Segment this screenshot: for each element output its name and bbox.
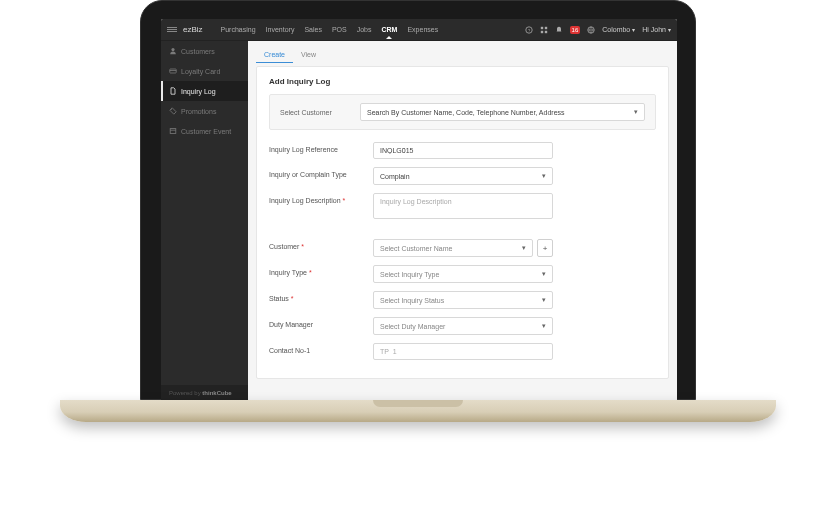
chevron-down-icon: ▾ bbox=[542, 270, 546, 278]
calendar-icon bbox=[169, 127, 177, 135]
sidebar-item-customers[interactable]: Customers bbox=[161, 41, 248, 61]
status-select[interactable]: Select Inquiry Status▾ bbox=[373, 291, 553, 309]
user-icon bbox=[169, 47, 177, 55]
sidebar-item-label: Inquiry Log bbox=[181, 88, 216, 95]
svg-rect-3 bbox=[544, 26, 546, 28]
field-inquiry-log-reference: Inquiry Log Reference bbox=[269, 142, 656, 159]
chevron-down-icon: ▾ bbox=[542, 172, 546, 180]
file-icon bbox=[169, 87, 177, 95]
contact-1-input[interactable] bbox=[373, 343, 553, 360]
sidebar-item-label: Customer Event bbox=[181, 128, 231, 135]
field-label: Inquiry Type * bbox=[269, 265, 373, 276]
svg-rect-2 bbox=[540, 26, 542, 28]
customer-select[interactable]: Select Customer Name▾ bbox=[373, 239, 533, 257]
select-customer-box: Select Customer Search By Customer Name,… bbox=[269, 94, 656, 130]
field-contact-1: Contact No-1 bbox=[269, 343, 656, 360]
svg-rect-5 bbox=[544, 30, 546, 32]
nav-item-inventory[interactable]: Inventory bbox=[266, 26, 295, 33]
top-nav: Purchasing Inventory Sales POS Jobs CRM … bbox=[221, 26, 439, 33]
sidebar-item-loyalty-card[interactable]: Loyalty Card bbox=[161, 61, 248, 81]
screen: ezBiz Purchasing Inventory Sales POS Job… bbox=[161, 19, 677, 401]
chevron-down-icon: ▾ bbox=[522, 244, 526, 252]
select-customer-label: Select Customer bbox=[280, 109, 360, 116]
field-label: Status * bbox=[269, 291, 373, 302]
notification-badge[interactable]: 16 bbox=[570, 26, 581, 34]
nav-item-pos[interactable]: POS bbox=[332, 26, 347, 33]
brand-name: ezBiz bbox=[183, 25, 203, 34]
svg-rect-9 bbox=[170, 70, 176, 71]
help-icon[interactable]: ? bbox=[525, 26, 533, 34]
sidebar: Customers Loyalty Card Inquiry Log Promo… bbox=[161, 41, 248, 401]
svg-point-10 bbox=[171, 109, 172, 110]
nav-item-purchasing[interactable]: Purchasing bbox=[221, 26, 256, 33]
complain-type-select[interactable]: Complain▾ bbox=[373, 167, 553, 185]
chevron-down-icon: ▾ bbox=[668, 26, 671, 33]
nav-item-sales[interactable]: Sales bbox=[304, 26, 322, 33]
content-area: Create View Add Inquiry Log Select Custo… bbox=[248, 41, 677, 401]
field-duty-manager: Duty Manager Select Duty Manager▾ bbox=[269, 317, 656, 335]
chevron-down-icon: ▾ bbox=[542, 322, 546, 330]
body-area: Customers Loyalty Card Inquiry Log Promo… bbox=[161, 41, 677, 401]
field-status: Status * Select Inquiry Status▾ bbox=[269, 291, 656, 309]
chevron-down-icon: ▾ bbox=[632, 26, 635, 33]
chevron-down-icon: ▾ bbox=[542, 296, 546, 304]
globe-icon[interactable] bbox=[587, 26, 595, 34]
bell-icon[interactable] bbox=[555, 26, 563, 34]
select-customer-placeholder: Search By Customer Name, Code, Telephone… bbox=[367, 109, 565, 116]
tab-create[interactable]: Create bbox=[256, 47, 293, 63]
card-icon bbox=[169, 67, 177, 75]
tabs: Create View bbox=[248, 41, 677, 63]
sidebar-item-promotions[interactable]: Promotions bbox=[161, 101, 248, 121]
laptop-base bbox=[60, 400, 776, 422]
field-customer: Customer * Select Customer Name▾ + bbox=[269, 239, 656, 257]
field-inquiry-complain-type: Inquiry or Complain Type Complain▾ bbox=[269, 167, 656, 185]
laptop-frame: ezBiz Purchasing Inventory Sales POS Job… bbox=[140, 0, 696, 400]
field-label: Inquiry Log Reference bbox=[269, 142, 373, 153]
location-selector[interactable]: Colombo▾ bbox=[602, 26, 635, 33]
sidebar-item-inquiry-log[interactable]: Inquiry Log bbox=[161, 81, 248, 101]
inquiry-type-select[interactable]: Select Inquiry Type▾ bbox=[373, 265, 553, 283]
laptop-notch bbox=[373, 400, 463, 407]
select-customer-dropdown[interactable]: Search By Customer Name, Code, Telephone… bbox=[360, 103, 645, 121]
inquiry-log-reference-input[interactable] bbox=[373, 142, 553, 159]
field-label: Contact No-1 bbox=[269, 343, 373, 354]
top-bar: ezBiz Purchasing Inventory Sales POS Job… bbox=[161, 19, 677, 41]
topbar-right: ? 16 Colombo▾ Hi John▾ bbox=[525, 26, 671, 34]
svg-rect-11 bbox=[170, 129, 176, 134]
chevron-down-icon: ▾ bbox=[634, 108, 638, 116]
field-label: Customer * bbox=[269, 239, 373, 250]
form-panel: Add Inquiry Log Select Customer Search B… bbox=[256, 66, 669, 379]
panel-title: Add Inquiry Log bbox=[269, 77, 656, 86]
nav-item-crm[interactable]: CRM bbox=[382, 26, 398, 33]
svg-point-7 bbox=[171, 48, 174, 51]
field-inquiry-type: Inquiry Type * Select Inquiry Type▾ bbox=[269, 265, 656, 283]
sidebar-item-customer-event[interactable]: Customer Event bbox=[161, 121, 248, 141]
nav-item-jobs[interactable]: Jobs bbox=[357, 26, 372, 33]
grid-icon[interactable] bbox=[540, 26, 548, 34]
sidebar-item-label: Promotions bbox=[181, 108, 216, 115]
tag-icon bbox=[169, 107, 177, 115]
sidebar-item-label: Customers bbox=[181, 48, 215, 55]
sidebar-item-label: Loyalty Card bbox=[181, 68, 220, 75]
menu-icon[interactable] bbox=[167, 26, 177, 33]
user-menu[interactable]: Hi John▾ bbox=[642, 26, 671, 33]
add-customer-button[interactable]: + bbox=[537, 239, 553, 257]
field-inquiry-log-description: Inquiry Log Description * bbox=[269, 193, 656, 221]
field-label: Inquiry or Complain Type bbox=[269, 167, 373, 178]
svg-rect-4 bbox=[540, 30, 542, 32]
inquiry-log-description-textarea[interactable] bbox=[373, 193, 553, 219]
tab-view[interactable]: View bbox=[293, 47, 324, 63]
field-label: Inquiry Log Description * bbox=[269, 193, 373, 204]
nav-item-expenses[interactable]: Expenses bbox=[407, 26, 438, 33]
duty-manager-select[interactable]: Select Duty Manager▾ bbox=[373, 317, 553, 335]
svg-text:?: ? bbox=[527, 27, 530, 32]
field-label: Duty Manager bbox=[269, 317, 373, 328]
footer: Powered by thinkCube bbox=[161, 385, 248, 401]
